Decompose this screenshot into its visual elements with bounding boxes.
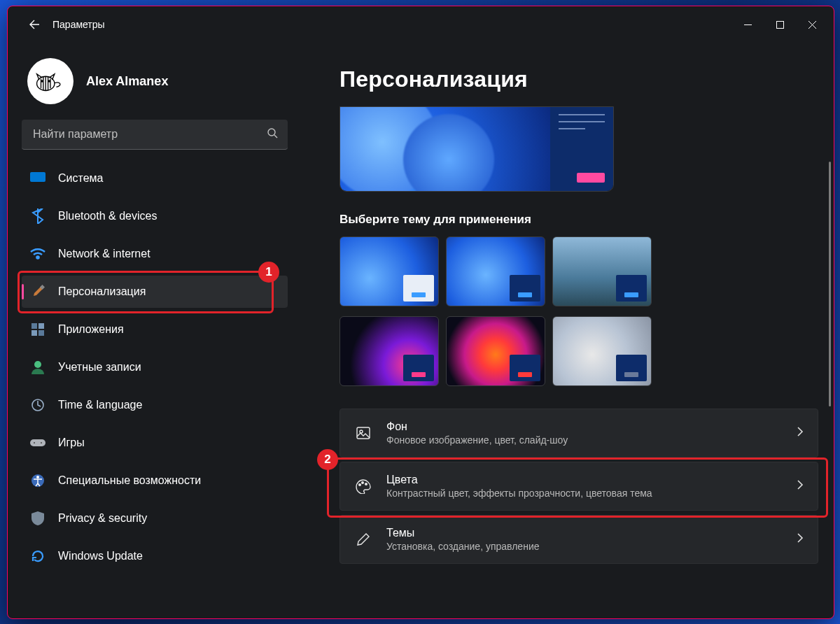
settings-window: Параметры [7, 6, 834, 619]
shield-icon [30, 511, 46, 526]
back-button[interactable] [22, 12, 47, 37]
avatar-icon [31, 62, 69, 100]
row-subtitle: Фоновое изображение, цвет, слайд-шоу [386, 434, 783, 446]
accessibility-icon [30, 473, 46, 488]
search-box[interactable] [22, 120, 288, 150]
theme-option-6[interactable] [552, 316, 652, 386]
svg-point-27 [41, 442, 42, 444]
sidebar-item-label: Network & internet [58, 248, 150, 260]
scrollbar[interactable] [829, 162, 831, 406]
close-icon [808, 21, 816, 29]
search-icon [267, 127, 278, 141]
maximize-icon [776, 21, 784, 29]
sidebar-item-label: Windows Update [58, 550, 143, 562]
wifi-icon [30, 246, 46, 262]
sidebar-item-network[interactable]: Network & internet [22, 238, 288, 270]
row-subtitle: Установка, создание, управление [386, 541, 783, 552]
select-theme-label: Выберите тему для применения [340, 213, 818, 227]
sidebar-item-label: Игры [58, 437, 85, 449]
sidebar-item-accounts[interactable]: Учетные записи [22, 351, 288, 383]
close-button[interactable] [796, 13, 828, 36]
svg-line-14 [274, 135, 277, 138]
sidebar-item-bluetooth[interactable]: Bluetooth & devices [22, 200, 288, 232]
sidebar-item-label: Time & language [58, 399, 142, 411]
svg-rect-16 [30, 182, 46, 185]
svg-point-12 [48, 80, 50, 82]
sidebar-item-label: Bluetooth & devices [58, 210, 157, 222]
apps-icon [30, 322, 46, 337]
svg-point-32 [359, 484, 361, 486]
preview-accent [577, 173, 605, 183]
theme-option-5[interactable] [446, 316, 545, 386]
window-controls [732, 13, 828, 36]
svg-rect-1 [776, 21, 783, 28]
svg-point-11 [41, 80, 43, 82]
desktop-preview [340, 106, 614, 192]
sidebar-item-time-language[interactable]: Time & language [22, 389, 288, 421]
row-background[interactable]: Фон Фоновое изображение, цвет, слайд-шоу [340, 409, 818, 458]
sidebar-item-system[interactable]: Система [22, 162, 288, 194]
svg-point-26 [34, 442, 35, 444]
chevron-right-icon [797, 426, 804, 440]
row-title: Фон [386, 420, 783, 433]
row-title: Темы [386, 527, 783, 539]
sidebar-item-label: Специальные возможности [58, 474, 201, 487]
titlebar: Параметры [8, 6, 834, 43]
svg-rect-25 [30, 439, 46, 446]
svg-rect-20 [38, 323, 44, 329]
svg-point-31 [360, 430, 363, 433]
row-title: Цвета [386, 474, 783, 486]
svg-rect-21 [31, 330, 37, 336]
update-icon [30, 548, 46, 564]
svg-point-23 [34, 361, 41, 368]
pen-icon [354, 530, 372, 548]
sidebar-item-privacy[interactable]: Privacy & security [22, 502, 288, 534]
profile-name: Alex Almanex [86, 74, 168, 89]
sidebar-item-accessibility[interactable]: Специальные возможности [22, 465, 288, 497]
palette-icon [354, 477, 372, 495]
row-colors[interactable]: Цвета Контрастный цвет, эффекты прозрачн… [340, 462, 818, 511]
sidebar-item-label: Privacy & security [58, 512, 147, 525]
person-icon [30, 360, 46, 375]
image-icon [354, 424, 372, 442]
sidebar: Alex Almanex Система Bluetooth & devices [8, 43, 298, 618]
page-title: Персонализация [340, 66, 818, 92]
sidebar-item-personalization[interactable]: Персонализация [22, 276, 288, 308]
chevron-right-icon [797, 479, 804, 493]
sidebar-item-windows-update[interactable]: Windows Update [22, 540, 288, 572]
preview-panel [550, 107, 613, 191]
paintbrush-icon [30, 284, 46, 299]
sidebar-item-label: Персонализация [58, 285, 146, 298]
svg-point-34 [365, 483, 368, 485]
svg-rect-30 [357, 427, 370, 439]
maximize-button[interactable] [764, 13, 796, 36]
svg-rect-19 [31, 323, 37, 329]
sidebar-item-gaming[interactable]: Игры [22, 427, 288, 459]
minimize-button[interactable] [732, 13, 764, 36]
display-icon [30, 171, 46, 186]
window-title: Параметры [52, 19, 732, 30]
svg-point-33 [362, 482, 364, 484]
avatar [27, 58, 74, 104]
minimize-icon [744, 21, 752, 29]
row-subtitle: Контрастный цвет, эффекты прозрачности, … [386, 488, 783, 499]
sidebar-item-label: Приложения [58, 323, 124, 336]
svg-rect-15 [30, 172, 46, 182]
theme-option-2[interactable] [446, 236, 545, 306]
clock-globe-icon [30, 397, 46, 413]
gamepad-icon [30, 435, 46, 451]
sidebar-item-label: Учетные записи [58, 361, 141, 374]
theme-option-4[interactable] [340, 316, 439, 386]
svg-rect-22 [38, 330, 44, 336]
sidebar-item-label: Система [58, 172, 103, 185]
svg-point-17 [36, 256, 38, 258]
search-input[interactable] [31, 127, 267, 141]
nav-list: Система Bluetooth & devices Network & in… [22, 162, 288, 572]
theme-option-3[interactable] [552, 236, 652, 306]
profile-block[interactable]: Alex Almanex [22, 50, 288, 120]
sidebar-item-apps[interactable]: Приложения [22, 313, 288, 346]
preview-wallpaper [340, 107, 550, 191]
theme-option-1[interactable] [340, 236, 439, 306]
back-arrow-icon [29, 19, 40, 30]
row-themes[interactable]: Темы Установка, создание, управление [340, 515, 818, 564]
